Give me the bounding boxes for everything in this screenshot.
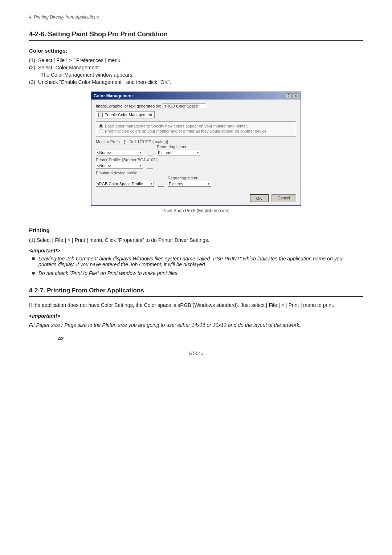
rendering-select-arrow-1: ▼ — [196, 151, 199, 154]
radio-proofing[interactable]: Proofing: See colors on your monitor and… — [99, 129, 293, 133]
bullet-dot-2 — [32, 272, 35, 275]
monitor-profile-section: <None> ▼ Rendering Intent: Pictures ▼ — [96, 145, 296, 155]
help-button[interactable]: ? — [286, 93, 291, 98]
section-heading: 4-2-6. Setting Paint Shop Pro Print Cond… — [29, 31, 363, 41]
section-427: 4-2-7. Printing From Other Applications … — [29, 287, 363, 329]
step-1: (1) Select [ File ] > [ Preferences ] me… — [29, 57, 363, 63]
rendering-intent-2: Rendering Intent: Pictures ▼ — [168, 176, 211, 187]
dialog-body: Image, graphic, or text generated by: sR… — [91, 100, 301, 192]
dialog-titlebar: Color Management ? ✕ — [91, 92, 301, 100]
printer-select[interactable]: <None> ▼ — [96, 163, 143, 169]
image-source-row: Image, graphic, or text generated by: sR… — [96, 103, 296, 109]
dash-line-3 — [158, 186, 164, 187]
printing-important-label: <Important!> — [29, 248, 363, 254]
cancel-button[interactable]: Cancel — [271, 194, 296, 202]
titlebar-buttons: ? ✕ — [286, 93, 298, 98]
color-settings-steps: (1) Select [ File ] > [ Preferences ] me… — [29, 57, 363, 85]
radio-basic-label: Basic color management: Specify how colo… — [105, 124, 248, 128]
bullet-text-1: Leaving the Job Comment blank displays W… — [38, 256, 363, 267]
enable-color-management-checkbox[interactable] — [98, 113, 103, 117]
ok-button[interactable]: OK — [250, 194, 269, 202]
step-2-indent: The Color Management window appears. — [41, 72, 363, 78]
radio-proofing-label: Proofing: See colors on your monitor and… — [105, 129, 268, 133]
dialog-title: Color Management — [94, 93, 133, 98]
section-427-important-label: <Important!> — [29, 313, 363, 319]
printing-title: Printing — [29, 227, 363, 233]
bullet-item-1: Leaving the Job Comment blank displays W… — [32, 256, 363, 267]
image-label: Image, graphic, or text generated by: — [96, 104, 161, 108]
dialog-wrapper: Color Management ? ✕ Image, graphic, or … — [29, 92, 363, 220]
printing-section: Printing (1) Select [ File ] > [ Print ]… — [29, 227, 363, 276]
page-number: 42 — [58, 336, 64, 341]
emulated-profile-section: sRGB Color Space Profile ▼ Rendering Int… — [96, 176, 296, 187]
radio-proofing-dot — [99, 129, 103, 133]
radio-basic[interactable]: Basic color management: Specify how colo… — [99, 124, 293, 128]
color-options-box: Basic color management: Specify how colo… — [96, 121, 296, 137]
monitor-profile-label: Monitor Profile: [1. Dell 1701FP (analog… — [96, 139, 296, 144]
dash-line-2 — [147, 168, 153, 169]
close-button[interactable]: ✕ — [293, 93, 298, 98]
enable-color-management-label: Enable Color Management — [105, 113, 152, 117]
printer-select-arrow: ▼ — [139, 164, 142, 167]
model-name: GT-541 — [189, 351, 203, 356]
rendering-label-1: Rendering Intent: — [157, 145, 200, 149]
rendering-intent-1: Rendering Intent: Pictures ▼ — [157, 145, 200, 155]
emulated-label: Emulated device profile: — [96, 171, 296, 175]
emulated-select[interactable]: sRGB Color Space Profile ▼ — [96, 181, 154, 187]
section-427-body: If the application does not have Color S… — [29, 301, 363, 309]
printer-profile-section: <None> ▼ — [96, 163, 296, 169]
radio-basic-dot — [99, 124, 103, 128]
dialog-caption: Paint Shop Pro 9 (English Version) — [163, 208, 230, 213]
step-2: (2) Select "Color Management". — [29, 65, 363, 70]
rendering-select-arrow-2: ▼ — [207, 182, 210, 186]
monitor-select-arrow: ▼ — [139, 151, 142, 154]
emulated-select-arrow: ▼ — [150, 182, 153, 186]
color-settings-section: Color settings: (1) Select [ File ] > [ … — [29, 48, 363, 85]
monitor-select[interactable]: <None> ▼ — [96, 150, 143, 155]
color-settings-title: Color settings: — [29, 48, 363, 54]
rendering-select-2[interactable]: Pictures ▼ — [168, 181, 211, 187]
section-427-important-text: Fit Paper size / Page size to the Platen… — [29, 321, 363, 329]
printer-profile-label: Printer Profile: [Brother BGJ-4100] — [96, 158, 296, 162]
dialog-box: Color Management ? ✕ Image, graphic, or … — [91, 92, 301, 206]
bullet-item-2: Do not check "Print to File" on Print wi… — [32, 270, 363, 276]
bullet-text-2: Do not check "Print to File" on Print wi… — [38, 270, 179, 276]
bullet-dot-1 — [32, 257, 35, 260]
rendering-label-2: Rendering Intent: — [168, 176, 211, 180]
printing-bullets: Leaving the Job Comment blank displays W… — [29, 256, 363, 276]
image-value: sRGB Color Space — [163, 103, 206, 109]
dash-line-1 — [147, 155, 153, 155]
printing-step1: (1) Select [ File ] > [ Print ] menu. Cl… — [29, 236, 363, 244]
enable-color-management-row[interactable]: Enable Color Management — [96, 111, 155, 118]
section-427-heading: 4-2-7. Printing From Other Applications — [29, 287, 363, 297]
rendering-select-1[interactable]: Pictures ▼ — [157, 150, 200, 155]
footer: 42 GT-541 — [29, 351, 363, 356]
dialog-footer: OK Cancel — [91, 192, 301, 205]
step-3: (3) Uncheck "Enable Color Management", a… — [29, 79, 363, 85]
breadcrumb: 4. Printing Directly from Applications — [29, 15, 363, 20]
